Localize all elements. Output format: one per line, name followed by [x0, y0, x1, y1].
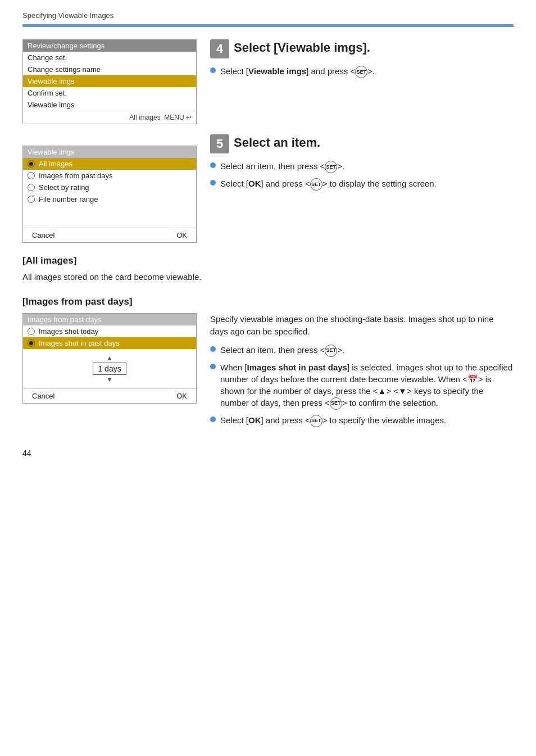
bullet-dot-pd-3 — [210, 417, 216, 422]
set-icon-3: SET — [310, 178, 322, 191]
past-days-bullet-1-text: Select an item, then press <SET>. — [220, 344, 344, 357]
past-days-today-label: Images shot today — [39, 327, 98, 336]
days-label: days — [105, 364, 121, 373]
step5-number: 5 — [210, 134, 229, 153]
bullet-dot-2 — [210, 180, 216, 185]
past-days-section: [Images from past days] Images from past… — [22, 296, 514, 432]
past-days-instructions: Specify viewable images on the shooting-… — [210, 313, 514, 432]
panel-item-file-number[interactable]: File number range — [23, 193, 196, 205]
past-days-bullet-2: When [Images shot in past days] is selec… — [210, 361, 514, 410]
step4-section: Review/change settings Change set. Chang… — [22, 39, 514, 124]
step4-menu-panel: Review/change settings Change set. Chang… — [22, 39, 197, 124]
bullet-dot-pd-1 — [210, 346, 216, 352]
past-days-panel: Images from past days Images shot today … — [22, 313, 197, 404]
bullet-dot-pd-2 — [210, 364, 216, 369]
radio-all-images — [28, 160, 35, 168]
past-days-content: Images from past days Images shot today … — [22, 313, 514, 432]
set-icon-pd-1: SET — [325, 345, 337, 357]
past-days-panel-footer: Cancel OK — [23, 388, 196, 403]
days-box: 1 days — [93, 363, 126, 375]
step5-instructions: 5 Select an item. Select an item, then p… — [210, 134, 514, 243]
set-icon-2: SET — [325, 161, 337, 173]
radio-past-days — [28, 172, 35, 179]
step4-instructions: 4 Select [Viewable imgs]. Select [Viewab… — [210, 39, 514, 124]
past-days-bullet-2-text: When [Images shot in past days] is selec… — [220, 361, 514, 410]
step4-bullet-1-text: Select [Viewable imgs] and press <SET>. — [220, 65, 375, 78]
footer-menu-back: MENU ↩ — [164, 114, 192, 121]
menu-item-change-settings-name: Change settings name — [23, 64, 196, 75]
panel-item-select-rating-label: Select by rating — [39, 183, 89, 192]
panel-item-file-number-label: File number range — [39, 195, 98, 203]
set-icon: SET — [355, 66, 367, 78]
days-spinner: ▲ 1 days ▼ — [93, 355, 126, 383]
past-days-panel-header: Images from past days — [23, 314, 196, 325]
menu-item-change-set: Change set. — [23, 52, 196, 64]
bullet-dot-1 — [210, 162, 216, 168]
breadcrumb: Specifying Viewable Images — [22, 11, 514, 20]
step4-bullets: Select [Viewable imgs] and press <SET>. — [210, 65, 514, 78]
days-value: 1 — [98, 364, 102, 373]
all-images-heading: [All images] — [22, 255, 514, 266]
step5-bullet-2: Select [OK] and press <SET> to display t… — [210, 178, 514, 191]
all-images-section: [All images] All images stored on the ca… — [22, 255, 514, 284]
step5-section: Viewable imgs All images Images from pas… — [22, 134, 514, 243]
panel-cancel-button[interactable]: Cancel — [32, 231, 54, 239]
step5-bullet-2-text: Select [OK] and press <SET> to display t… — [220, 178, 437, 191]
footer-all-images: All images — [129, 114, 160, 121]
days-down-arrow[interactable]: ▼ — [106, 376, 113, 383]
page-number: 44 — [22, 449, 514, 458]
step4-heading-text: Select [Viewable imgs]. — [234, 39, 370, 55]
step4-bullet-1: Select [Viewable imgs] and press <SET>. — [210, 65, 514, 78]
viewable-panel-header: Viewable imgs — [23, 146, 196, 158]
past-days-intro: Specify viewable images on the shooting-… — [210, 313, 514, 338]
past-days-item-past[interactable]: Images shot in past days — [23, 337, 196, 349]
panel-spacer — [23, 205, 196, 228]
camera-menu-step4: Review/change settings Change set. Chang… — [22, 39, 197, 124]
menu-item-viewable-imgs-2: Viewable imgs — [23, 99, 196, 111]
days-input-area: ▲ 1 days ▼ — [23, 349, 196, 388]
step4-number: 4 — [210, 39, 229, 58]
radio-past — [28, 339, 35, 347]
step4-heading-row: 4 Select [Viewable imgs]. — [210, 39, 514, 58]
panel-item-all-images-label: All images — [39, 160, 72, 168]
radio-select-rating — [28, 184, 35, 191]
set-icon-pd-3: SET — [310, 415, 322, 427]
past-days-item-today[interactable]: Images shot today — [23, 325, 196, 337]
bullet-dot — [210, 67, 216, 73]
top-divider — [22, 24, 514, 27]
panel-ok-button[interactable]: OK — [176, 231, 187, 239]
menu-item-viewable-imgs-highlighted[interactable]: Viewable imgs — [23, 75, 196, 87]
viewable-imgs-panel: Viewable imgs All images Images from pas… — [22, 146, 197, 243]
past-days-past-label: Images shot in past days — [39, 339, 120, 347]
panel-item-past-days[interactable]: Images from past days — [23, 170, 196, 182]
panel-item-all-images[interactable]: All images — [23, 158, 196, 170]
past-days-heading: [Images from past days] — [22, 296, 514, 307]
past-days-bullet-3: Select [OK] and press <SET> to specify t… — [210, 414, 514, 427]
radio-today — [28, 328, 35, 335]
step5-bullet-1-text: Select an item, then press <SET>. — [220, 160, 344, 173]
step5-bullets: Select an item, then press <SET>. Select… — [210, 160, 514, 191]
past-days-ok-button[interactable]: OK — [176, 392, 187, 400]
past-days-bullet-3-text: Select [OK] and press <SET> to specify t… — [220, 414, 446, 427]
panel-item-past-days-label: Images from past days — [39, 171, 113, 180]
days-up-arrow[interactable]: ▲ — [106, 355, 113, 361]
past-days-panel-col: Images from past days Images shot today … — [22, 313, 197, 432]
step5-heading-text: Select an item. — [234, 134, 320, 150]
viewable-panel-footer: Cancel OK — [23, 228, 196, 242]
past-days-cancel-button[interactable]: Cancel — [32, 392, 54, 400]
step5-panel-col: Viewable imgs All images Images from pas… — [22, 134, 197, 243]
set-icon-pd-2: SET — [330, 397, 342, 410]
all-images-text: All images stored on the card become vie… — [22, 271, 514, 284]
camera-menu-footer: All images MENU ↩ — [23, 111, 196, 124]
step5-bullet-1: Select an item, then press <SET>. — [210, 160, 514, 173]
step5-heading-row: 5 Select an item. — [210, 134, 514, 153]
panel-item-select-rating[interactable]: Select by rating — [23, 182, 196, 193]
past-days-bullet-1: Select an item, then press <SET>. — [210, 344, 514, 357]
camera-menu-header: Review/change settings — [23, 40, 196, 52]
radio-file-number — [28, 196, 35, 203]
menu-item-confirm-set: Confirm set. — [23, 87, 196, 99]
past-days-bullets: Select an item, then press <SET>. When [… — [210, 344, 514, 427]
